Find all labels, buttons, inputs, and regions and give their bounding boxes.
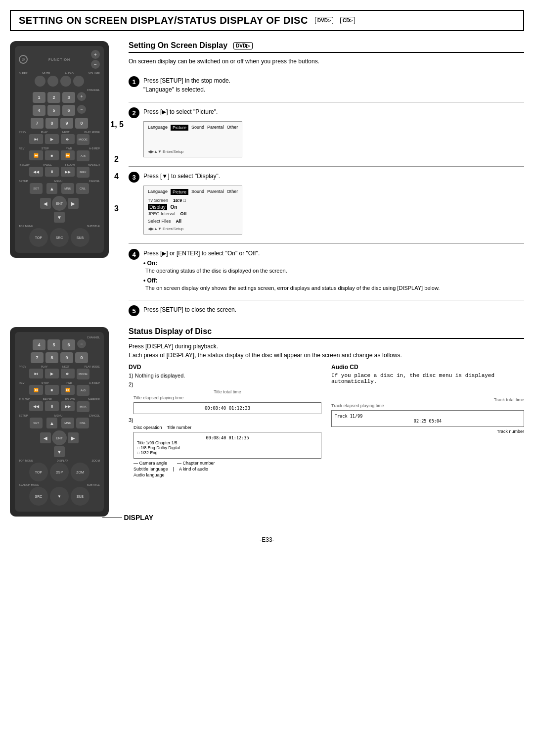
menu-button[interactable]: MNU: [61, 183, 74, 194]
playmode-button[interactable]: MODE: [77, 134, 89, 145]
r2-search-button[interactable]: SRC: [29, 487, 48, 506]
mute-button[interactable]: [47, 76, 58, 87]
dvd-screen3-wrapper: Disc operation Title number 00:08:40 01:…: [134, 425, 321, 477]
ch-plus-button[interactable]: +: [77, 92, 86, 101]
bottom-row: TOP SRC SUB: [19, 228, 100, 247]
cancel-button[interactable]: CNL: [76, 183, 89, 194]
volume-plus-button[interactable]: +: [91, 50, 100, 59]
r2-up-button[interactable]: ▲: [46, 418, 57, 428]
stop-label: STOP: [42, 147, 49, 150]
r2-abrep-button[interactable]: A-B: [77, 385, 89, 396]
bullet-on: • On: The operating status of the disc i…: [143, 260, 524, 275]
num-0-button[interactable]: 0: [75, 118, 88, 129]
r2-display-row: TOP DSP ZOM: [19, 463, 100, 481]
r2-down2-button[interactable]: ▼: [50, 487, 69, 506]
transport-labels: PREV PLAY NEXT PLAY MODE: [19, 131, 100, 134]
num-row-3: 7 8 9 0: [19, 118, 100, 129]
left-arrow-button[interactable]: ◀: [40, 198, 51, 209]
r2-left-button[interactable]: ◀: [40, 432, 51, 443]
r2-fslow-button[interactable]: ▶▶: [61, 401, 75, 411]
r2-subtitle-button[interactable]: SUB: [71, 487, 89, 506]
pause-button[interactable]: ⏸: [45, 167, 59, 177]
num-4-button[interactable]: 4: [33, 105, 45, 116]
r2-enter-button[interactable]: ENT: [52, 430, 67, 445]
r2-num-8-button[interactable]: 8: [45, 352, 58, 363]
r2-fwd-button[interactable]: ⏩: [61, 385, 75, 395]
screen3-row-files: Select Files All: [148, 218, 238, 225]
next-button[interactable]: ⏭: [61, 134, 75, 144]
r2-setup-button[interactable]: SET: [30, 418, 43, 428]
cd-track-total-label: Track total time: [331, 397, 524, 402]
section1-badge: DVD▷: [233, 42, 253, 49]
power-button[interactable]: Ø: [19, 55, 28, 64]
status-section: Status Display of Disc Press [DISPLAY] d…: [129, 327, 524, 526]
dpad-row-middle: ◀ ENT ▶: [40, 196, 79, 211]
r2-num-9-button[interactable]: 9: [60, 352, 73, 363]
audio-button[interactable]: [60, 76, 71, 87]
num-1-button[interactable]: 1: [33, 92, 45, 103]
r2-rslow-button[interactable]: ◀◀: [29, 401, 43, 411]
enter-button[interactable]: ENT: [52, 196, 67, 211]
step-3: 3 Press [▼] to select "Display". Languag…: [129, 172, 524, 237]
volume-button[interactable]: [73, 76, 84, 87]
down-arrow-button[interactable]: ▼: [54, 212, 65, 223]
prev-button[interactable]: ⏮: [29, 134, 43, 144]
main-layout: Ø FUNCTION + − SLEEP MUTE AUDIO VOLUME: [10, 41, 524, 322]
channel-label: CHANNEL: [87, 89, 100, 92]
num-2-button[interactable]: 2: [47, 92, 60, 103]
r2-num-0-button[interactable]: 0: [75, 352, 88, 363]
r2-num-5-button[interactable]: 5: [47, 339, 60, 350]
play-button[interactable]: ▶: [45, 134, 59, 144]
num-6-button[interactable]: 6: [62, 105, 75, 116]
fwd-button[interactable]: ⏩: [61, 150, 75, 160]
search-button[interactable]: SRC: [50, 228, 69, 247]
num-5-button[interactable]: 5: [47, 105, 60, 116]
num-7-button[interactable]: 7: [31, 118, 44, 129]
r2-num-7-button[interactable]: 7: [31, 352, 44, 363]
marker-label: MARKER: [88, 163, 100, 166]
r2-rev-button[interactable]: ⏪: [29, 385, 43, 395]
r2-pause-button[interactable]: ⏸: [45, 401, 59, 411]
r2-prev-button[interactable]: ⏮: [29, 369, 43, 378]
r2-next-button[interactable]: ⏭: [61, 369, 75, 378]
setup-button[interactable]: SET: [30, 183, 43, 194]
r2-ch-minus-button[interactable]: −: [77, 339, 86, 348]
r2-play-button[interactable]: ▶: [45, 369, 59, 378]
num-9-button[interactable]: 9: [60, 118, 73, 129]
screen3-tabs: Language Picture Sound Parental Other: [148, 189, 238, 195]
up-arrow-button[interactable]: ▲: [46, 183, 57, 194]
prev-label: PREV: [19, 131, 26, 134]
r2-display-button[interactable]: DSP: [50, 463, 69, 481]
abrep-button[interactable]: A-B: [77, 150, 89, 161]
subtitle-button[interactable]: SUB: [71, 228, 89, 247]
r2-cancel-button[interactable]: CNL: [76, 418, 89, 428]
top-labels-row: SLEEP MUTE AUDIO VOLUME: [19, 72, 100, 75]
r2-num-6-button[interactable]: 6: [62, 339, 75, 350]
r2-menu-button[interactable]: MNU: [61, 418, 74, 428]
volume-minus-button[interactable]: −: [91, 60, 100, 69]
fslow-button[interactable]: ▶▶: [61, 167, 75, 177]
topmenu-button[interactable]: TOP: [29, 228, 48, 247]
r2-stop-button[interactable]: ■: [45, 385, 59, 395]
r2-marker-button[interactable]: MRK: [77, 401, 89, 412]
marker-button[interactable]: MRK: [77, 167, 89, 178]
subtitle-label: SUBTITLE: [87, 225, 100, 228]
right-arrow-button[interactable]: ▶: [68, 198, 79, 209]
r2-zoom-button[interactable]: ZOM: [71, 463, 89, 481]
rev-button[interactable]: ⏪: [29, 150, 43, 160]
rslow-button[interactable]: ◀◀: [29, 167, 43, 177]
r2-right-button[interactable]: ▶: [68, 432, 79, 443]
r2-num-4-button[interactable]: 4: [33, 339, 45, 350]
vol-controls: + −: [91, 50, 100, 69]
r2-playmode-button[interactable]: MODE: [77, 369, 89, 379]
ch-minus-button[interactable]: −: [77, 105, 86, 114]
playmode-label: PLAY MODE: [84, 131, 100, 134]
sleep-button[interactable]: [35, 76, 45, 87]
num-3-button[interactable]: 3: [62, 92, 75, 103]
r2-bottom-row: SRC ▼ SUB: [19, 487, 100, 506]
remote-top-row: Ø FUNCTION + −: [19, 50, 100, 69]
num-8-button[interactable]: 8: [45, 118, 58, 129]
r2-topmenu-button[interactable]: TOP: [29, 463, 48, 481]
stop-button[interactable]: ■: [45, 150, 59, 160]
r2-down-button[interactable]: ▼: [54, 446, 65, 457]
